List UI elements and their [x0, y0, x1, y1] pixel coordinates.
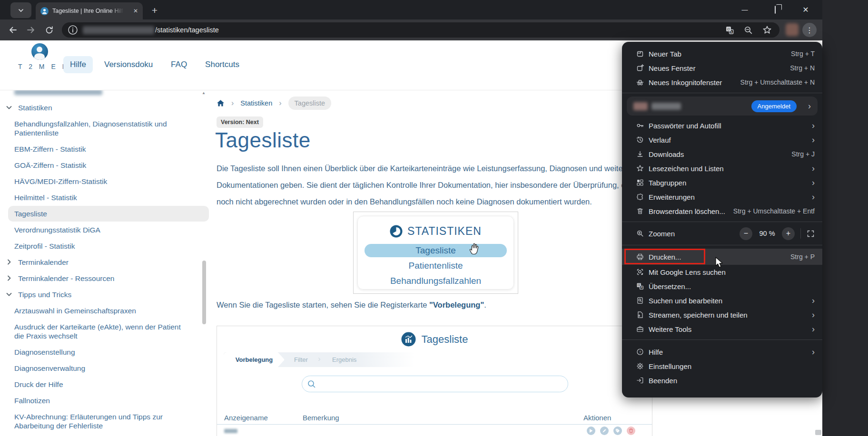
site-info-icon[interactable]	[68, 25, 78, 35]
sidebar-item-redacted[interactable]	[14, 90, 102, 95]
nav-item-hilfe[interactable]: Hilfe	[63, 56, 93, 73]
window-close-button[interactable]: ✕	[799, 5, 813, 14]
profile-avatar[interactable]	[786, 23, 799, 36]
menu-item-verlauf[interactable]: Verlauf ›	[622, 133, 822, 147]
back-button[interactable]	[4, 22, 22, 38]
window-controls: — ✕	[738, 0, 819, 19]
sidebar-item-diagnosenstellung[interactable]: Diagnosenstellung	[14, 348, 203, 357]
sidebar-item-ebm-ziffern[interactable]: EBM-Ziffern - Statistik	[14, 145, 203, 154]
translate-icon[interactable]: GA	[725, 26, 734, 35]
site-logo[interactable]: T 2 M E D	[18, 43, 61, 70]
address-bar[interactable]: /statistiken/tagesliste GA	[62, 22, 779, 38]
exit-icon	[636, 377, 644, 384]
statistiken-screenshot: STATISTIKEN Tagesliste Patientenliste Be…	[353, 212, 518, 294]
overflow-menu-button[interactable]: ⋮	[802, 23, 817, 37]
tab-groups-icon	[636, 179, 644, 186]
sidebar-item-statistiken[interactable]: Statistiken	[18, 103, 203, 112]
nav-item-versionsdoku[interactable]: Versionsdoku	[98, 56, 159, 73]
menu-item-hilfe[interactable]: ? Hilfe ›	[622, 345, 822, 359]
menu-item-passwoerter[interactable]: Passwörter und Autofill ›	[622, 118, 822, 133]
tab-close-icon[interactable]: ✕	[133, 8, 138, 14]
menu-item-weitere-tools[interactable]: Weitere Tools ›	[622, 322, 822, 336]
hand-cursor	[469, 242, 480, 257]
sidebar-item-terminkalender-ressourcen[interactable]: Terminkalender - Ressourcen	[18, 274, 203, 283]
new-tab-button[interactable]: +	[148, 4, 162, 17]
nav-item-shortcuts[interactable]: Shortcuts	[198, 56, 246, 73]
browser-window: Tagesliste | Ihre Online Hilfe vor ✕ + —…	[0, 0, 822, 436]
home-icon[interactable]	[217, 99, 225, 107]
sidebar-item-verordnungsstatistik[interactable]: Verordnungsstatistik DiGA	[14, 225, 203, 234]
menu-item-beenden[interactable]: Beenden	[622, 373, 822, 388]
menu-item-neues-fenster[interactable]: Neues Fenster Strg + N	[622, 61, 822, 75]
url-domain-redacted	[83, 26, 154, 34]
breadcrumb-tagesliste: Tagesliste	[288, 97, 331, 110]
save-share-icon	[636, 311, 644, 319]
forward-button[interactable]	[22, 22, 40, 38]
window-restore-button[interactable]	[768, 6, 782, 13]
sidebar-item-kv-abrechnung[interactable]: KV-Abrechnung: Erläuterungen und Tipps z…	[14, 412, 171, 430]
note-line: Wenn Sie die Tagesliste starten, sehen S…	[217, 300, 486, 310]
tab-search-button[interactable]	[10, 2, 31, 18]
browser-tab[interactable]: Tagesliste | Ihre Online Hilfe vor ✕	[36, 2, 143, 19]
stat-option-tagesliste[interactable]: Tagesliste	[365, 244, 507, 257]
submenu-chevron-icon: ›	[812, 310, 815, 319]
new-window-icon	[636, 64, 644, 72]
sidebar-item-goa-ziffern[interactable]: GOÄ-Ziffern - Statistik	[14, 161, 203, 170]
toolbox-icon	[636, 325, 644, 333]
menu-profile-row[interactable]: Angemeldet ›	[627, 97, 818, 116]
sidebar-item-tagesliste-selected[interactable]: Tagesliste	[8, 206, 209, 222]
menu-item-inkognitofenster[interactable]: Neues Inkognitofenster Strg + Umschaltta…	[622, 75, 822, 89]
stat-option-patientenliste[interactable]: Patientenliste	[358, 259, 513, 272]
zoom-out-icon[interactable]	[744, 26, 753, 35]
sidebar-item-heilmittel[interactable]: Heilmittel - Statistik	[14, 193, 203, 202]
sidebar-item-zeitprofil[interactable]: Zeitprofil - Statistik	[14, 242, 203, 251]
submenu-chevron-icon: ›	[812, 178, 815, 187]
sidebar-item-terminkalender[interactable]: Terminkalender	[18, 258, 203, 267]
url-path: /statistiken/tagesliste	[155, 26, 219, 34]
search-icon	[307, 379, 316, 389]
submenu-chevron-icon: ›	[812, 121, 815, 130]
version-badge: Version: Next	[217, 116, 263, 128]
sidebar-scrollbar[interactable]	[202, 261, 206, 324]
sidebar-item-arztauswahl[interactable]: Arztauswahl in Gemeinschaftspraxen	[14, 306, 203, 315]
zoom-decrease-button[interactable]: −	[740, 227, 752, 240]
menu-item-streamen-speichern-teilen[interactable]: Streamen, speichern und teilen ›	[622, 308, 822, 322]
google-lens-icon	[636, 268, 644, 276]
breadcrumb-statistiken[interactable]: Statistiken	[240, 99, 272, 107]
reload-button[interactable]	[40, 22, 58, 38]
breadcrumb: › Statistiken › Tagesliste	[217, 97, 331, 110]
fullscreen-icon[interactable]	[807, 230, 815, 238]
menu-item-browserdaten-loeschen[interactable]: Browserdaten löschen... Strg + Umschaltt…	[622, 204, 822, 218]
sidebar-item-tipps-und-tricks[interactable]: Tipps und Tricks	[18, 290, 203, 299]
window-minimize-button[interactable]: —	[738, 6, 752, 13]
sidebar-item-havg-medi[interactable]: HÄVG/MEDI-Ziffern-Statistik	[14, 177, 203, 186]
page-scrollbar-corner[interactable]	[815, 430, 821, 435]
sidebar-item-diagnosenverwaltung[interactable]: Diagnosenverwaltung	[14, 364, 203, 373]
sidebar-item-druck-der-hilfe[interactable]: Druck der Hilfe	[14, 380, 203, 389]
arrow-cursor	[714, 257, 724, 270]
sidebar-scroll-up-arrow[interactable]: ▲	[202, 91, 206, 95]
signed-in-badge: Angemeldet	[751, 100, 797, 112]
bookmark-star-icon[interactable]	[762, 25, 772, 35]
menu-item-erweiterungen[interactable]: Erweiterungen ›	[622, 190, 822, 204]
nav-item-faq[interactable]: FAQ	[164, 56, 194, 73]
zoom-increase-button[interactable]: +	[782, 227, 795, 240]
sidebar-item-behandlungsfallzahlen[interactable]: Behandlungsfallzahlen, Diagnosenstatisti…	[14, 119, 176, 137]
main-nav: Hilfe Versionsdoku FAQ Shortcuts	[63, 56, 246, 73]
menu-item-suchen-und-bearbeiten[interactable]: Suchen und bearbeiten ›	[622, 293, 822, 308]
chevron-down-icon	[17, 7, 25, 14]
menu-item-downloads[interactable]: Downloads Strg + J	[622, 147, 822, 161]
sidebar-item-fallnotizen[interactable]: Fallnotizen	[14, 396, 203, 405]
breadcrumb-separator: ›	[231, 99, 234, 107]
menu-item-tabgruppen[interactable]: Tabgruppen ›	[622, 175, 822, 190]
delete-action-icon	[627, 426, 635, 435]
sidebar-item-ausdruck-karteikarte[interactable]: Ausdruck der Karteikarte (eAkte), wenn d…	[14, 322, 181, 340]
menu-item-einstellungen[interactable]: Einstellungen	[622, 359, 822, 373]
menu-item-neuer-tab[interactable]: Neuer Tab Strg + T	[622, 47, 822, 61]
menu-item-uebersetzen[interactable]: GA Übersetzen...	[622, 279, 822, 293]
submenu-chevron-icon: ›	[812, 348, 815, 356]
tab-title: Tagesliste | Ihre Online Hilfe vor	[52, 8, 124, 14]
stat-option-behandlungsfallzahlen[interactable]: Behandlungsfallzahlen	[358, 274, 513, 288]
svg-text:A: A	[641, 286, 643, 289]
menu-item-lesezeichen[interactable]: Lesezeichen und Listen ›	[622, 161, 822, 175]
